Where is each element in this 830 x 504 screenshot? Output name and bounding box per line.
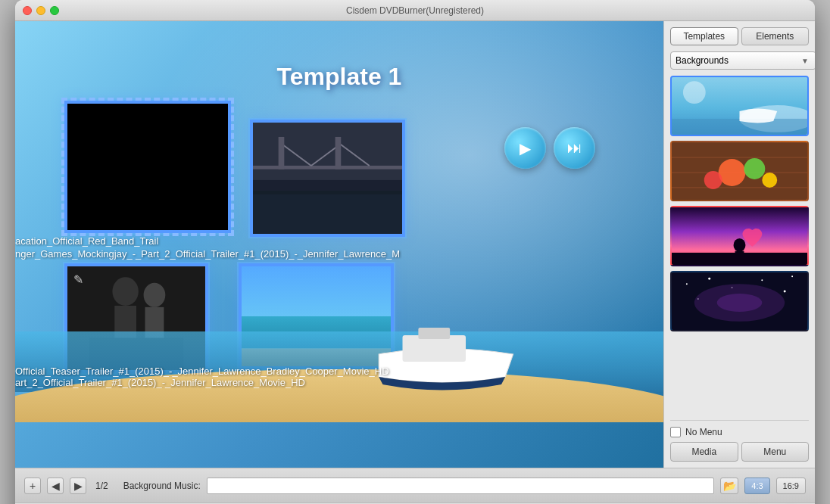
svg-point-26 [683,81,706,104]
tab-bar: Templates Elements [670,27,809,45]
menu-button[interactable]: Menu [741,442,810,462]
background-grid [670,76,809,420]
no-menu-label: No Menu [685,427,722,437]
play-controls: ▶ ⏭ [504,127,595,169]
preview-area: Template 1 ▶ ⏭ [15,21,663,468]
svg-rect-14 [145,307,164,340]
bg-thumb-4[interactable] [670,271,809,331]
maximize-button[interactable] [50,6,59,15]
scroll-text-4: art_2_Official_Trailer_#1_(2015)_-_Jenni… [15,377,663,388]
svg-point-46 [791,275,793,277]
svg-point-31 [719,159,746,186]
svg-point-37 [734,238,746,252]
play-icon: ▶ [520,139,531,157]
svg-point-40 [686,283,688,285]
bg-thumb-3[interactable] [670,206,809,266]
svg-point-33 [762,173,777,188]
main-window: Cisdem DVDBurner(Unregistered) Template … [15,0,815,504]
media-menu-row: Media Menu [670,442,809,462]
no-menu-row: No Menu [670,427,809,437]
bg-music-input[interactable] [207,478,715,494]
dropdown-row: Backgrounds ▼ [670,51,809,70]
svg-point-43 [761,279,763,281]
svg-rect-9 [253,194,402,234]
stamp-placeholder-1 [67,104,228,230]
main-content: Template 1 ▶ ⏭ [15,21,815,468]
scroll-text-2: nger_Games_Mockingjay_-_Part_2_Official_… [15,248,663,260]
template-title: Template 1 [277,63,402,91]
svg-rect-6 [279,137,285,170]
media-button[interactable]: Media [670,442,738,462]
svg-point-48 [717,294,763,312]
svg-point-34 [704,171,722,189]
svg-point-41 [708,278,710,280]
backgrounds-dropdown[interactable]: Backgrounds [670,51,815,70]
folder-icon: 📂 [723,480,736,492]
stamp-frame-1[interactable] [64,101,231,233]
scroll-text-3: Official_Teaser_Trailer_#1_(2015)_-_Jenn… [15,366,663,377]
skip-button[interactable]: ⏭ [554,127,595,169]
svg-rect-18 [242,348,391,366]
scroll-text-1: acation_Official_Red_Band_Trail [15,235,663,247]
svg-rect-12 [114,306,136,341]
traffic-lights [23,6,59,15]
folder-button[interactable]: 📂 [720,478,738,494]
svg-rect-2 [253,166,402,170]
stamp-frame-3[interactable]: ✎ [64,263,208,373]
tab-elements[interactable]: Elements [741,27,810,45]
bottom-options: No Menu Media Menu [670,420,809,462]
svg-point-11 [112,277,138,306]
play-button[interactable]: ▶ [504,127,546,169]
svg-point-13 [144,283,166,307]
stamp-frame-2[interactable] [250,120,405,237]
bottom-toolbar: + ◀ ▶ 1/2 Background Music: 📂 4:3 16:9 [15,468,815,502]
tab-templates[interactable]: Templates [670,27,738,45]
stamp-content-4 [242,266,391,366]
ratio-16-9-button[interactable]: 16:9 [776,478,806,494]
add-button[interactable]: + [24,478,41,494]
svg-rect-17 [242,316,391,348]
window-title: Cisdem DVDBurner(Unregistered) [346,5,484,16]
skip-icon: ⏭ [567,139,582,157]
stamp-edit-icon: ✎ [73,272,83,287]
close-button[interactable] [23,6,32,15]
stamp-content-3: ✎ [67,266,205,370]
svg-point-44 [784,291,786,293]
title-bar: Cisdem DVDBurner(Unregistered) [15,0,815,21]
right-panel: Templates Elements Backgrounds ▼ [663,21,815,468]
bg-thumb-2[interactable] [670,141,809,201]
svg-rect-25 [672,119,807,136]
minimize-button[interactable] [36,6,45,15]
next-button[interactable]: ▶ [70,478,86,494]
ratio-4-3-button[interactable]: 4:3 [744,478,769,494]
svg-rect-38 [735,251,744,265]
stamp-content-2 [253,123,402,234]
no-menu-checkbox[interactable] [670,427,681,437]
bg-music-label: Background Music: [123,481,201,491]
prev-button[interactable]: ◀ [47,478,64,494]
page-indicator: 1/2 [95,481,108,491]
svg-rect-7 [335,137,342,170]
svg-point-32 [744,158,765,179]
stamp-frame-4[interactable] [239,263,394,369]
bg-thumb-1[interactable] [670,76,809,136]
